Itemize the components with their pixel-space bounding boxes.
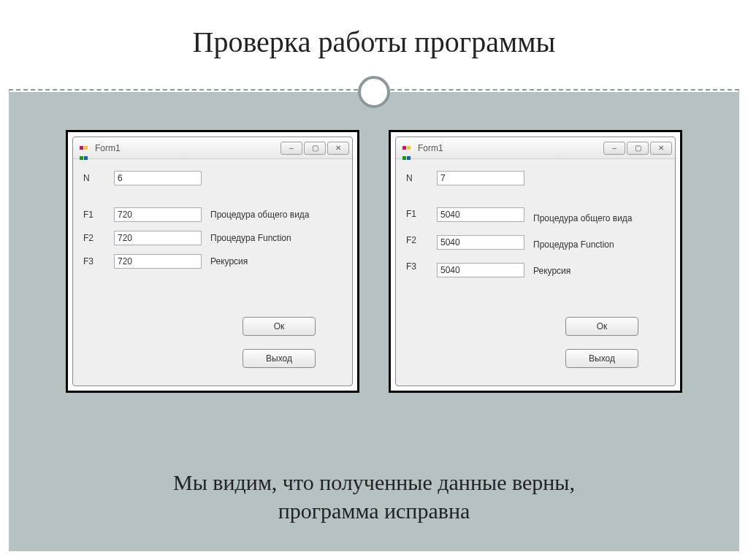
- input-f2[interactable]: [437, 235, 524, 250]
- label-f1: F1: [406, 209, 428, 219]
- window-1-controls: – ▢ ✕: [280, 142, 349, 155]
- label-f1: F1: [83, 210, 105, 220]
- desc-f3: Рекурсия: [210, 256, 248, 266]
- input-n[interactable]: [114, 171, 202, 185]
- input-n[interactable]: [437, 171, 524, 185]
- minimize-icon: –: [612, 144, 617, 152]
- window-2: Form1 – ▢ ✕ N F1 F2 F3: [395, 137, 676, 386]
- window-2-titlebar: Form1 – ▢ ✕: [396, 137, 675, 159]
- minimize-icon: –: [289, 144, 294, 152]
- input-f1[interactable]: [114, 207, 202, 222]
- label-f3: F3: [406, 261, 428, 272]
- minimize-button[interactable]: –: [280, 142, 302, 155]
- exit-button-label: Выход: [266, 353, 292, 364]
- close-button[interactable]: ✕: [327, 142, 349, 155]
- close-icon: ✕: [335, 144, 341, 152]
- windows-row: Form1 – ▢ ✕ N F1 Процедура общего вида: [0, 130, 748, 393]
- window-2-title: Form1: [418, 143, 603, 153]
- window-2-body: N F1 F2 F3 Процедура общего в: [396, 159, 675, 386]
- minimize-button[interactable]: –: [603, 142, 625, 155]
- slide-title: Проверка работы программы: [193, 25, 556, 74]
- label-f2: F2: [406, 235, 428, 245]
- caption-line-2: программа исправна: [278, 499, 470, 523]
- window-2-frame: Form1 – ▢ ✕ N F1 F2 F3: [389, 130, 682, 393]
- input-f3[interactable]: [437, 263, 524, 277]
- desc-f2: Процедура Function: [210, 233, 291, 243]
- label-n: N: [406, 173, 428, 183]
- label-f2: F2: [83, 233, 105, 243]
- input-f1[interactable]: [437, 207, 524, 222]
- caption-line-1: Мы видим, что полученные данные верны,: [173, 470, 575, 494]
- ok-button[interactable]: Ок: [565, 317, 638, 336]
- maximize-icon: ▢: [312, 144, 318, 152]
- maximize-icon: ▢: [635, 144, 641, 152]
- decor-circle: [358, 76, 390, 108]
- ok-button-label: Ок: [597, 321, 608, 331]
- desc-f2: Процедура Function: [533, 239, 633, 250]
- app-icon: [402, 142, 413, 154]
- ok-button-label: Ок: [274, 321, 285, 331]
- input-f3[interactable]: [114, 254, 202, 269]
- window-2-controls: – ▢ ✕: [603, 142, 672, 155]
- exit-button[interactable]: Выход: [243, 349, 316, 368]
- window-1-frame: Form1 – ▢ ✕ N F1 Процедура общего вида: [66, 130, 359, 393]
- close-button[interactable]: ✕: [650, 142, 672, 155]
- close-icon: ✕: [658, 144, 664, 152]
- desc-f3: Рекурсия: [533, 266, 633, 276]
- exit-button-label: Выход: [589, 353, 615, 364]
- desc-f1: Процедура общего вида: [533, 213, 633, 223]
- app-icon: [79, 142, 91, 154]
- label-f3: F3: [83, 256, 105, 266]
- label-n: N: [83, 173, 105, 183]
- exit-button[interactable]: Выход: [565, 349, 638, 368]
- maximize-button[interactable]: ▢: [627, 142, 649, 155]
- desc-f1: Процедура общего вида: [210, 210, 310, 220]
- window-1-title: Form1: [95, 143, 280, 153]
- window-1: Form1 – ▢ ✕ N F1 Процедура общего вида: [72, 137, 353, 386]
- input-f2[interactable]: [114, 231, 202, 245]
- slide-caption: Мы видим, что полученные данные верны, п…: [0, 468, 748, 525]
- window-1-body: N F1 Процедура общего вида F2 Процедура …: [73, 159, 352, 386]
- maximize-button[interactable]: ▢: [304, 142, 326, 155]
- window-1-titlebar: Form1 – ▢ ✕: [73, 137, 352, 159]
- ok-button[interactable]: Ок: [243, 317, 316, 336]
